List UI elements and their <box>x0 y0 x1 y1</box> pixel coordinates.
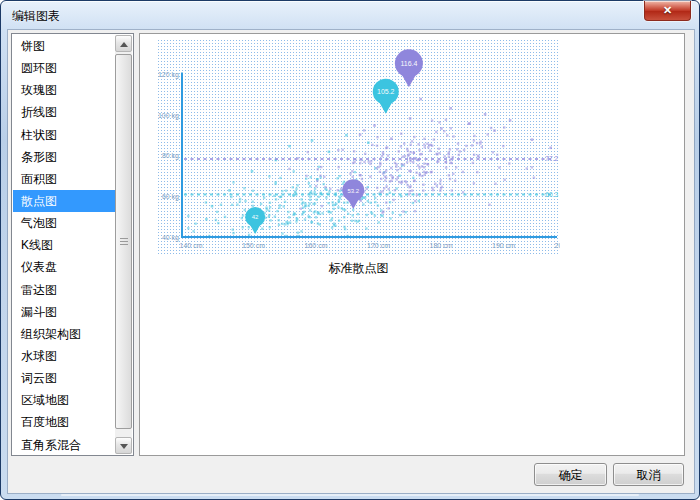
sidebar-item[interactable]: 词云图 <box>13 367 115 389</box>
sidebar-item[interactable]: 漏斗图 <box>13 301 115 323</box>
sidebar-item[interactable]: 水球图 <box>13 345 115 367</box>
arrow-up-icon <box>120 42 128 47</box>
scrollbar-up-button[interactable] <box>115 35 132 52</box>
scrollbar-thumb[interactable] <box>115 54 132 429</box>
sidebar-item[interactable]: 柱状图 <box>13 124 115 146</box>
sidebar-item[interactable]: 散点图 <box>13 190 115 212</box>
sidebar-item[interactable]: 饼图 <box>13 35 115 57</box>
close-icon: ✕ <box>645 1 690 20</box>
y-tick-label: 120 kg <box>158 71 179 79</box>
title-bar: 编辑图表 ✕ <box>1 1 699 30</box>
sidebar-item[interactable]: 气泡图 <box>13 212 115 234</box>
x-tick-label: 200 cm <box>555 242 560 249</box>
axes <box>181 73 557 238</box>
ok-button[interactable]: 确定 <box>534 463 607 486</box>
arrow-down-icon <box>120 444 128 449</box>
scatter-chart-preview: 77.260.3120 kg100 kg80 kg60 kg40 kg140 c… <box>157 39 560 256</box>
scatter-points-series-teal <box>187 134 420 237</box>
sidebar-item[interactable]: 直角系混合 <box>13 434 115 454</box>
sidebar-item[interactable]: 面积图 <box>13 168 115 190</box>
sidebar-item[interactable]: 区域地图 <box>13 389 115 411</box>
dialog-client-area: 饼图圆环图玫瑰图折线图柱状图条形图面积图散点图气泡图K线图仪表盘雷达图漏斗图组织… <box>8 30 694 493</box>
markline-series-teal: 60.3 <box>184 191 558 198</box>
scrollbar-grip-icon <box>120 238 128 246</box>
pin-marker: 105.2 <box>373 79 399 114</box>
pin-marker: 42 <box>245 207 265 234</box>
cancel-button[interactable]: 取消 <box>613 463 684 486</box>
sidebar-item[interactable]: 百度地图 <box>13 411 115 433</box>
x-tick-label: 140 cm <box>180 242 203 249</box>
sidebar-item[interactable]: 条形图 <box>13 146 115 168</box>
x-tick-label: 160 cm <box>305 242 328 249</box>
pin-label: 42 <box>252 214 259 220</box>
pin-label: 53.2 <box>347 188 359 194</box>
x-tick-label: 170 cm <box>367 242 390 249</box>
close-button[interactable]: ✕ <box>644 1 691 21</box>
preview-panel: 77.260.3120 kg100 kg80 kg60 kg40 kg140 c… <box>139 33 685 456</box>
y-tick-label: 40 kg <box>162 234 179 242</box>
pin-label: 105.2 <box>377 88 395 95</box>
sidebar-item[interactable]: 玫瑰图 <box>13 79 115 101</box>
markline-label: 77.2 <box>545 155 558 162</box>
chart-type-list[interactable]: 饼图圆环图玫瑰图折线图柱状图条形图面积图散点图气泡图K线图仪表盘雷达图漏斗图组织… <box>11 33 134 456</box>
sidebar-item[interactable]: 组织架构图 <box>13 323 115 345</box>
sidebar-item[interactable]: K线图 <box>13 234 115 256</box>
edit-chart-dialog: 编辑图表 ✕ 饼图圆环图玫瑰图折线图柱状图条形图面积图散点图气泡图K线图仪表盘雷… <box>0 0 700 500</box>
markline-label: 60.3 <box>545 191 558 198</box>
chart-type-items: 饼图圆环图玫瑰图折线图柱状图条形图面积图散点图气泡图K线图仪表盘雷达图漏斗图组织… <box>13 35 115 454</box>
sidebar-item[interactable]: 折线图 <box>13 101 115 123</box>
scatter-points-series-purple <box>288 98 552 214</box>
dialog-title: 编辑图表 <box>12 8 60 25</box>
sidebar-item[interactable]: 圆环图 <box>13 57 115 79</box>
y-tick-label: 100 kg <box>158 112 179 120</box>
y-tick-label: 60 kg <box>162 193 179 201</box>
pin-marker: 116.4 <box>395 49 423 87</box>
sidebar-item[interactable]: 雷达图 <box>13 279 115 301</box>
scatter-svg: 77.260.3120 kg100 kg80 kg60 kg40 kg140 c… <box>157 39 560 256</box>
x-tick-label: 150 cm <box>242 242 265 249</box>
x-tick-label: 190 cm <box>492 242 515 249</box>
y-tick-label: 80 kg <box>162 152 179 160</box>
scrollbar-down-button[interactable] <box>115 437 132 454</box>
pin-label: 116.4 <box>400 60 417 67</box>
x-tick-label: 180 cm <box>430 242 453 249</box>
list-scrollbar[interactable] <box>115 35 132 454</box>
pin-marker: 53.2 <box>342 179 364 209</box>
preview-caption: 标准散点图 <box>157 260 560 277</box>
sidebar-item[interactable]: 仪表盘 <box>13 256 115 278</box>
